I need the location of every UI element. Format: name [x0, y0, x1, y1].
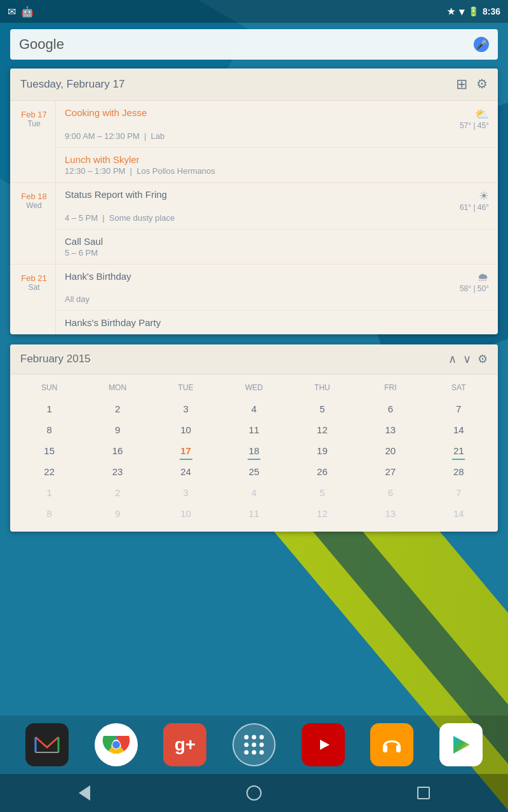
- calendar-date-9[interactable]: 9: [83, 503, 151, 524]
- status-bar: ✉ 🤖 ★ ▾ 🔋 8:36: [0, 0, 508, 23]
- calendar-date-23[interactable]: 23: [83, 461, 151, 482]
- calendar-date-5[interactable]: 5: [288, 398, 356, 419]
- calendar-date-25[interactable]: 25: [220, 461, 288, 482]
- calendar-date-26[interactable]: 26: [288, 461, 356, 482]
- event-item-lunch[interactable]: Lunch with Skyler 12:30 – 1:30 PM | Los …: [56, 148, 498, 182]
- apps-icon: [243, 733, 265, 756]
- dock-app-gmail[interactable]: [25, 723, 69, 766]
- event-day-feb18: Feb 18 Wed Status Report with Fring ☀ 61…: [10, 183, 498, 265]
- calendar-dates: 1234567891011121314151617181920212223242…: [15, 398, 493, 524]
- calendar-date-6[interactable]: 6: [356, 482, 424, 503]
- calendar-date-12[interactable]: 12: [288, 503, 356, 524]
- calendar-date-4[interactable]: 4: [220, 482, 288, 503]
- dock-app-headphones[interactable]: [370, 723, 413, 766]
- calendar-date-21[interactable]: 21: [425, 440, 493, 461]
- back-button[interactable]: [69, 777, 100, 809]
- event-widget-settings-button[interactable]: ⚙: [476, 76, 488, 93]
- calendar-date-14[interactable]: 14: [425, 503, 493, 524]
- search-bar[interactable]: Google 🎤: [10, 29, 498, 60]
- event-item-callsaul[interactable]: Call Saul 5 – 6 PM: [56, 230, 498, 264]
- calendar-date-11[interactable]: 11: [220, 419, 288, 440]
- search-bar-container: Google 🎤: [0, 23, 508, 66]
- calendar-date-7[interactable]: 7: [425, 398, 493, 419]
- event-item-hanks-party-title: Hanks's Birthday Party: [65, 317, 161, 328]
- mic-icon: 🎤: [476, 39, 487, 49]
- playstore-icon: [447, 731, 475, 759]
- event-item-hanks-party[interactable]: Hanks's Birthday Party: [56, 311, 498, 334]
- android-status-icon: 🤖: [21, 6, 34, 18]
- calendar-date-16[interactable]: 16: [83, 440, 151, 461]
- calendar-date-13[interactable]: 13: [356, 419, 424, 440]
- recents-button[interactable]: [408, 777, 439, 809]
- event-item-lunch-row: Lunch with Skyler: [65, 154, 489, 165]
- event-day-feb21: Feb 21 Sat Hank's Birthday 🌧 58° | 50° A…: [10, 265, 498, 334]
- event-weather-cooking: ⛅ 57° | 45°: [460, 107, 489, 130]
- calendar-date-28[interactable]: 28: [425, 461, 493, 482]
- dock-app-youtube[interactable]: [302, 723, 345, 766]
- gmail-icon: [34, 735, 60, 755]
- widgets-area: Tuesday, February 17 ⊞ ⚙ Feb 17 Tue Cook…: [0, 66, 508, 534]
- calendar-date-8[interactable]: 8: [15, 503, 83, 524]
- event-item-lunch-title: Lunch with Skyler: [65, 154, 140, 165]
- event-items-feb17: Cooking with Jesse ⛅ 57° | 45° 9:00 AM –…: [56, 101, 498, 182]
- dock-app-playstore[interactable]: [439, 723, 483, 766]
- event-item-statusreport[interactable]: Status Report with Fring ☀ 61° | 46° 4 –…: [56, 183, 498, 230]
- calendar-date-11[interactable]: 11: [220, 503, 288, 524]
- home-button[interactable]: [238, 777, 270, 809]
- calendar-date-20[interactable]: 20: [356, 440, 424, 461]
- calendar-date-10[interactable]: 10: [152, 503, 220, 524]
- calendar-date-8[interactable]: 8: [15, 419, 83, 440]
- event-item-cooking-row: Cooking with Jesse ⛅ 57° | 45°: [65, 107, 489, 130]
- calendar-date-19[interactable]: 19: [288, 440, 356, 461]
- calendar-date-22[interactable]: 22: [15, 461, 83, 482]
- calendar-date-17[interactable]: 17: [152, 440, 220, 461]
- svg-point-8: [112, 741, 120, 749]
- svg-point-12: [244, 743, 248, 747]
- calendar-date-1[interactable]: 1: [15, 482, 83, 503]
- calendar-date-2[interactable]: 2: [83, 482, 151, 503]
- svg-point-16: [251, 750, 256, 755]
- dock-app-launcher[interactable]: [232, 723, 276, 766]
- event-item-cooking[interactable]: Cooking with Jesse ⛅ 57° | 45° 9:00 AM –…: [56, 101, 498, 148]
- cal-day-tue: TUE: [152, 379, 220, 396]
- event-day-feb17: Feb 17 Tue Cooking with Jesse ⛅ 57° | 45…: [10, 101, 498, 183]
- calendar-date-3[interactable]: 3: [152, 398, 220, 419]
- calendar-date-3[interactable]: 3: [152, 482, 220, 503]
- event-item-hanks-birthday-row: Hank's Birthday 🌧 58° | 50°: [65, 271, 489, 293]
- calendar-date-10[interactable]: 10: [152, 419, 220, 440]
- back-icon: [79, 785, 90, 801]
- calendar-title: February 2015: [20, 353, 91, 365]
- calendar-prev-button[interactable]: ∧: [448, 352, 457, 366]
- svg-point-9: [244, 735, 248, 740]
- dock-app-gplus[interactable]: g+: [163, 723, 206, 766]
- event-date-feb17: Feb 17 Tue: [10, 101, 56, 182]
- event-item-hanks-birthday[interactable]: Hank's Birthday 🌧 58° | 50° All day: [56, 265, 498, 311]
- recents-icon: [417, 787, 430, 799]
- clock: 8:36: [483, 6, 500, 16]
- svg-point-11: [259, 735, 264, 740]
- calendar-date-9[interactable]: 9: [83, 419, 151, 440]
- mic-button[interactable]: 🎤: [474, 37, 489, 52]
- calendar-date-6[interactable]: 6: [356, 398, 424, 419]
- calendar-date-1[interactable]: 1: [15, 398, 83, 419]
- calendar-date-13[interactable]: 13: [356, 503, 424, 524]
- calendar-date-12[interactable]: 12: [288, 419, 356, 440]
- event-date-weekday-feb17: Tue: [19, 119, 49, 128]
- calendar-settings-button[interactable]: ⚙: [478, 352, 488, 366]
- calendar-date-14[interactable]: 14: [425, 419, 493, 440]
- dock-app-chrome[interactable]: [95, 723, 138, 766]
- calendar-date-27[interactable]: 27: [356, 461, 424, 482]
- add-event-button[interactable]: ⊞: [456, 76, 467, 93]
- svg-point-17: [259, 750, 264, 755]
- cal-day-sat: SAT: [425, 379, 493, 396]
- calendar-date-5[interactable]: 5: [288, 482, 356, 503]
- star-icon: ★: [447, 6, 455, 16]
- calendar-date-4[interactable]: 4: [220, 398, 288, 419]
- weather-temp-statusreport: 61° | 46°: [460, 203, 489, 212]
- calendar-date-18[interactable]: 18: [220, 440, 288, 461]
- calendar-date-2[interactable]: 2: [83, 398, 151, 419]
- calendar-date-15[interactable]: 15: [15, 440, 83, 461]
- calendar-date-24[interactable]: 24: [152, 461, 220, 482]
- calendar-date-7[interactable]: 7: [425, 482, 493, 503]
- calendar-next-button[interactable]: ∨: [463, 352, 471, 366]
